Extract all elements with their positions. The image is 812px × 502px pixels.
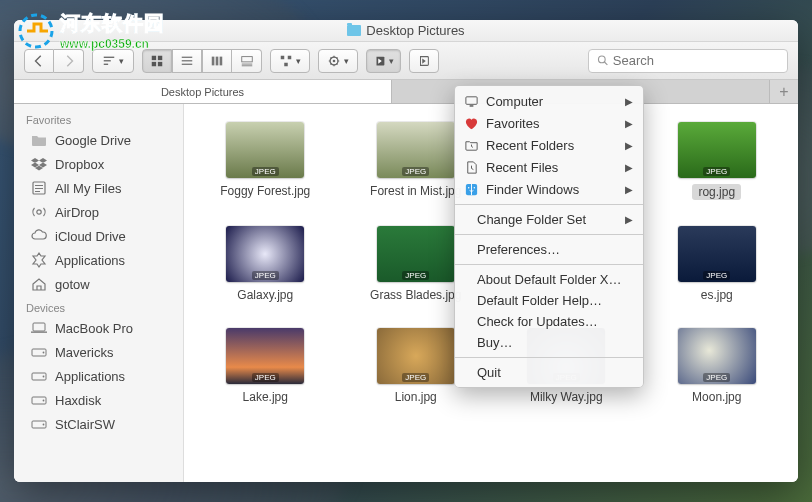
menu-item-recent-files[interactable]: Recent Files▶	[455, 156, 643, 178]
svg-rect-14	[241, 56, 252, 61]
svg-rect-29	[33, 323, 45, 331]
menu-separator	[455, 234, 643, 235]
sidebar-item-dev-applications[interactable]: Applications	[14, 364, 183, 388]
dfx-button-2[interactable]	[409, 49, 439, 73]
drive-icon	[30, 367, 48, 385]
svg-rect-1	[104, 56, 115, 57]
svg-rect-7	[158, 61, 162, 65]
tabbar: Desktop Pictures +	[14, 80, 798, 104]
sidebar-item-google-drive[interactable]: Google Drive	[14, 128, 183, 152]
sidebar-item-macbook-pro[interactable]: MacBook Pro	[14, 316, 183, 340]
action-dropdown[interactable]: ▾	[318, 49, 358, 73]
context-menu: Computer▶ Favorites▶ Recent Folders▶ Rec…	[454, 85, 644, 388]
file-item[interactable]: JPEGGalaxy.jpg	[194, 226, 337, 302]
svg-rect-17	[281, 55, 285, 59]
file-item[interactable]: JPEGLake.jpg	[194, 328, 337, 404]
menu-item-help[interactable]: Default Folder Help…	[455, 290, 643, 311]
file-item[interactable]: JPEGes.jpg	[646, 226, 789, 302]
watermark-logo-icon	[18, 13, 54, 49]
window-title: Desktop Pictures	[366, 23, 464, 38]
view-icons-button[interactable]	[142, 49, 172, 73]
menu-separator	[455, 264, 643, 265]
file-item[interactable]: JPEGFoggy Forest.jpg	[194, 122, 337, 200]
back-button[interactable]	[24, 49, 54, 73]
file-thumbnail: JPEG	[678, 226, 756, 282]
sidebar-item-mavericks[interactable]: Mavericks	[14, 340, 183, 364]
svg-point-42	[467, 186, 469, 188]
sort-dropdown[interactable]: ▾	[92, 49, 134, 73]
svg-rect-16	[241, 65, 252, 66]
menu-separator	[455, 204, 643, 205]
sidebar-item-airdrop[interactable]: AirDrop	[14, 200, 183, 224]
svg-rect-4	[152, 55, 156, 59]
menu-item-computer[interactable]: Computer▶	[455, 90, 643, 112]
sidebar-item-dropbox[interactable]: Dropbox	[14, 152, 183, 176]
laptop-icon	[30, 319, 48, 337]
chevron-right-icon: ▶	[625, 214, 633, 225]
file-item[interactable]: JPEGMoon.jpg	[646, 328, 789, 404]
file-thumbnail: JPEG	[226, 122, 304, 178]
menu-item-buy[interactable]: Buy…	[455, 332, 643, 353]
dfx-button-1[interactable]: ▾	[366, 49, 401, 73]
svg-rect-9	[182, 60, 193, 61]
sidebar-item-icloud-drive[interactable]: iCloud Drive	[14, 224, 183, 248]
svg-rect-19	[284, 62, 288, 66]
file-thumbnail: JPEG	[678, 122, 756, 178]
file-thumbnail: JPEG	[226, 226, 304, 282]
heart-icon	[463, 115, 479, 131]
svg-rect-27	[35, 191, 40, 192]
svg-point-22	[598, 56, 605, 63]
svg-rect-10	[182, 63, 193, 64]
menu-item-recent-folders[interactable]: Recent Folders▶	[455, 134, 643, 156]
recent-folder-icon	[463, 137, 479, 153]
menu-item-finder-windows[interactable]: Finder Windows▶	[455, 178, 643, 200]
sidebar-item-haxdisk[interactable]: Haxdisk	[14, 388, 183, 412]
search-input[interactable]	[613, 53, 779, 68]
menu-item-change-folder-set[interactable]: Change Folder Set▶	[455, 209, 643, 230]
drive-icon	[30, 343, 48, 361]
file-thumbnail: JPEG	[377, 122, 455, 178]
arrange-dropdown[interactable]: ▾	[270, 49, 310, 73]
sidebar-item-stclairsw[interactable]: StClairSW	[14, 412, 183, 436]
sidebar-item-all-my-files[interactable]: All My Files	[14, 176, 183, 200]
tab-desktop-pictures[interactable]: Desktop Pictures	[14, 80, 392, 103]
sidebar-item-applications[interactable]: Applications	[14, 248, 183, 272]
menu-item-preferences[interactable]: Preferences…	[455, 239, 643, 260]
search-field[interactable]	[588, 49, 788, 73]
svg-rect-40	[469, 105, 473, 106]
svg-rect-15	[241, 63, 252, 64]
watermark: 河东软件园 www.pc0359.cn	[18, 10, 165, 51]
view-coverflow-button[interactable]	[232, 49, 262, 73]
watermark-url: www.pc0359.cn	[60, 37, 165, 51]
svg-line-23	[604, 62, 607, 65]
menu-item-quit[interactable]: Quit	[455, 362, 643, 383]
tab-add-button[interactable]: +	[770, 80, 798, 103]
svg-point-34	[43, 376, 45, 378]
file-item-selected[interactable]: JPEGrog.jpg	[646, 122, 789, 200]
chevron-right-icon: ▶	[625, 96, 633, 107]
sidebar-heading-devices: Devices	[14, 296, 183, 316]
sidebar-item-gotow[interactable]: gotow	[14, 272, 183, 296]
menu-item-check-updates[interactable]: Check for Updates…	[455, 311, 643, 332]
menu-separator	[455, 357, 643, 358]
menu-item-favorites[interactable]: Favorites▶	[455, 112, 643, 134]
svg-rect-8	[182, 56, 193, 57]
chevron-right-icon: ▶	[625, 118, 633, 129]
forward-button[interactable]	[54, 49, 84, 73]
file-thumbnail: JPEG	[377, 328, 455, 384]
svg-rect-6	[152, 61, 156, 65]
menu-item-about[interactable]: About Default Folder X…	[455, 269, 643, 290]
folder-icon	[347, 25, 361, 36]
svg-rect-2	[104, 60, 111, 61]
svg-point-38	[43, 424, 45, 426]
chevron-right-icon: ▶	[625, 162, 633, 173]
svg-point-36	[43, 400, 45, 402]
file-thumbnail: JPEG	[678, 328, 756, 384]
sidebar-heading-favorites: Favorites	[14, 108, 183, 128]
search-icon	[597, 54, 609, 67]
view-columns-button[interactable]	[202, 49, 232, 73]
svg-point-28	[37, 210, 41, 214]
svg-rect-26	[35, 188, 43, 189]
view-list-button[interactable]	[172, 49, 202, 73]
home-icon	[30, 275, 48, 293]
